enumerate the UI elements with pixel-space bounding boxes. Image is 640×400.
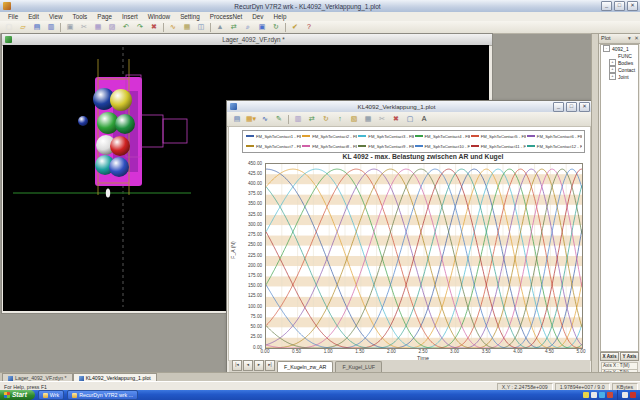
- tree-item-joint[interactable]: +Joint: [601, 73, 638, 80]
- plot-tab-f_kugel_luf[interactable]: F_Kugel_LUF: [335, 361, 382, 372]
- refresh-icon[interactable]: ↻: [270, 21, 283, 33]
- legend-item-9[interactable]: FM_SphToContact9 - FB_A (N): [357, 144, 413, 149]
- tab-nav-button[interactable]: ▸|: [265, 360, 275, 371]
- export-icon[interactable]: ⇄: [306, 113, 319, 125]
- legend-item-12[interactable]: FM_SphToContact12 - FB_A (N): [526, 144, 582, 149]
- menu-page[interactable]: Page: [92, 13, 117, 20]
- tree-item-contact[interactable]: +Contact: [601, 66, 638, 73]
- y-tick-label: 425.00: [236, 171, 262, 176]
- taskbar-toolbar-icon[interactable]: [607, 392, 613, 398]
- expand-icon[interactable]: +: [609, 66, 616, 73]
- plot-close-button[interactable]: ✕: [579, 102, 590, 112]
- legend-item-8[interactable]: FM_SphToContact8 - FB_A (N): [301, 144, 357, 149]
- panel-menu-icon[interactable]: ▾: [626, 34, 633, 43]
- panel-close-icon[interactable]: ✕: [633, 34, 640, 43]
- new-icon[interactable]: ▢: [3, 21, 16, 33]
- open-icon[interactable]: ▱: [17, 21, 30, 33]
- taskbar-toolbar-icon[interactable]: [599, 392, 605, 398]
- legend-item-4[interactable]: FM_SphToContact4 - FB_A (N): [414, 134, 470, 139]
- plot-maximize-button[interactable]: □: [566, 102, 577, 112]
- table-icon[interactable]: ▦: [181, 21, 194, 33]
- plot-minimize-button[interactable]: _: [553, 102, 564, 112]
- print-icon[interactable]: ▣: [64, 21, 77, 33]
- tree-item-4092_1[interactable]: -4092_1: [601, 45, 638, 52]
- legend-item-2[interactable]: FM_SphToContact2 - FB_A (N): [301, 134, 357, 139]
- up-icon[interactable]: ↑: [334, 113, 347, 125]
- legend-item-5[interactable]: FM_SphToContact5 - FB_A (N): [470, 134, 526, 139]
- plot-tab-f_kugeln_zw_ar[interactable]: F_Kugeln_zw_AR: [277, 361, 333, 372]
- delete-icon[interactable]: ✖: [390, 113, 403, 125]
- help-icon[interactable]: ?: [303, 21, 316, 33]
- menu-file[interactable]: File: [3, 13, 23, 20]
- expand-icon[interactable]: +: [609, 59, 616, 66]
- copy-icon[interactable]: ▥: [292, 113, 305, 125]
- import-icon[interactable]: ▧: [348, 113, 361, 125]
- start-button[interactable]: Start: [0, 390, 35, 400]
- legend-swatch: [471, 145, 479, 147]
- tree-item-label: Joint: [618, 74, 629, 80]
- tab-nav-button[interactable]: ◂: [243, 360, 253, 371]
- chart-type-icon[interactable]: ▦▾: [245, 113, 258, 125]
- paste-icon[interactable]: ▨: [106, 21, 119, 33]
- zoom-in-icon[interactable]: ⌕: [242, 21, 255, 33]
- zoom-fit-icon[interactable]: ▣: [256, 21, 269, 33]
- task-button[interactable]: RecurDyn V7R2 wrk ...: [67, 390, 138, 400]
- chart-icon[interactable]: ∿: [167, 21, 180, 33]
- cut-icon[interactable]: ✂: [78, 21, 91, 33]
- save-all-icon[interactable]: ▥: [45, 21, 58, 33]
- cut-icon[interactable]: ✂: [376, 113, 389, 125]
- menu-processnet[interactable]: ProcessNet: [205, 13, 248, 20]
- save-icon[interactable]: ▤: [31, 21, 44, 33]
- menu-edit[interactable]: Edit: [23, 13, 44, 20]
- menu-insert[interactable]: Insert: [117, 13, 143, 20]
- legend-item-10[interactable]: FM_SphToContact10 - FB_A (N): [414, 144, 470, 149]
- draw-plot-icon[interactable]: ∿: [259, 113, 272, 125]
- check-icon[interactable]: ✔: [289, 21, 302, 33]
- taskbar-toolbar-icon[interactable]: [583, 392, 589, 398]
- grid-icon[interactable]: ▦: [362, 113, 375, 125]
- x-tick-label: 1.00: [316, 349, 340, 354]
- pan-icon[interactable]: ⇄: [228, 21, 241, 33]
- menu-dev[interactable]: Dev: [247, 13, 268, 20]
- redo-icon[interactable]: ↷: [134, 21, 147, 33]
- tree-item-bodies[interactable]: +Bodies: [601, 59, 638, 66]
- menu-setting[interactable]: Setting: [175, 13, 205, 20]
- app-icon: [3, 2, 11, 10]
- tree-item-func[interactable]: FUNC: [601, 52, 638, 59]
- y-axis-button[interactable]: Y Axis: [620, 352, 639, 361]
- taskbar-toolbar-icon[interactable]: [591, 392, 597, 398]
- menu-window[interactable]: Window: [143, 13, 175, 20]
- menu-view[interactable]: View: [44, 13, 68, 20]
- undo-icon[interactable]: ↶: [120, 21, 133, 33]
- legend-item-1[interactable]: FM_SphToContact1 - FB_A (N): [245, 134, 301, 139]
- tray-icon[interactable]: [630, 392, 636, 398]
- delete-icon[interactable]: ✖: [148, 21, 161, 33]
- legend-item-3[interactable]: FM_SphToContact3 - FB_A (N): [357, 134, 413, 139]
- tab-nav-button[interactable]: |◂: [232, 360, 242, 371]
- refresh-icon[interactable]: ↻: [320, 113, 333, 125]
- y-tick-label: 100.00: [236, 304, 262, 309]
- collapse-icon[interactable]: -: [603, 45, 610, 52]
- legend-item-11[interactable]: FM_SphToContact11 - FB_A (N): [470, 144, 526, 149]
- text-icon[interactable]: A: [418, 113, 431, 125]
- chart-plot-area[interactable]: [265, 163, 583, 349]
- curve-edit-icon[interactable]: ✎: [273, 113, 286, 125]
- menu-tools[interactable]: Tools: [68, 13, 93, 20]
- page-icon[interactable]: ▤: [231, 113, 244, 125]
- copy-icon[interactable]: ▦: [92, 21, 105, 33]
- main-toolbar-separator: [285, 23, 286, 32]
- task-button[interactable]: Wrk: [38, 390, 64, 400]
- legend-item-6[interactable]: FM_SphToContact6 - FB_A (N): [526, 134, 582, 139]
- tab-nav-button[interactable]: ▸: [254, 360, 264, 371]
- minimize-button[interactable]: _: [601, 1, 612, 11]
- legend-item-7[interactable]: FM_SphToContact7 - FB_A (N): [245, 144, 301, 149]
- pointer-icon[interactable]: ▲: [214, 21, 227, 33]
- menu-help[interactable]: Help: [269, 13, 292, 20]
- layout-icon[interactable]: ◫: [195, 21, 208, 33]
- close-button[interactable]: ✕: [627, 1, 638, 11]
- x-axis-button[interactable]: X Axis: [600, 352, 619, 361]
- expand-icon[interactable]: +: [609, 73, 616, 80]
- window-icon[interactable]: ▢: [404, 113, 417, 125]
- maximize-button[interactable]: □: [614, 1, 625, 11]
- tray-icon[interactable]: [622, 392, 628, 398]
